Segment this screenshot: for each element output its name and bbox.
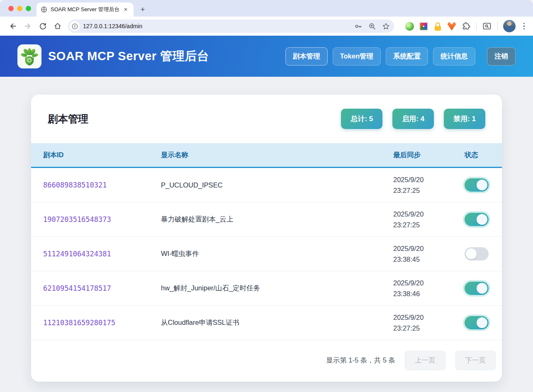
playbook-name: 从Cloudflare申请SSL证书 — [161, 318, 393, 327]
playbook-panel: 剧本管理 总计: 5 启用: 4 禁用: 1 剧本ID 显示名称 最后同步 状态… — [31, 95, 502, 382]
browser-window: SOAR MCP Server 管理后台 ✕ + 127.0.0.1:12346… — [0, 0, 533, 392]
badge-enabled: 启用: 4 — [392, 109, 434, 129]
new-tab-button[interactable]: + — [137, 4, 148, 15]
password-key-icon[interactable] — [354, 22, 363, 31]
back-button[interactable] — [6, 19, 20, 33]
browser-menu-icon[interactable] — [521, 21, 528, 32]
tab-strip: SOAR MCP Server 管理后台 ✕ + — [0, 0, 533, 17]
toolbar-divider — [476, 22, 477, 30]
extension-pinwheel-icon[interactable] — [419, 22, 428, 31]
forward-button[interactable] — [21, 19, 35, 33]
panel-title: 剧本管理 — [48, 112, 88, 126]
pagination-bar: 显示第 1-5 条，共 5 条 上一页 下一页 — [31, 340, 502, 380]
main-nav: 剧本管理 Token管理 系统配置 统计信息 注销 — [285, 47, 516, 66]
globe-favicon-icon — [41, 6, 47, 13]
playbook-name: hw_解封_Juniper/山石_定时任务 — [161, 284, 393, 293]
table-row: 6210954154178517 hw_解封_Juniper/山石_定时任务 2… — [31, 271, 502, 306]
bookmark-star-icon[interactable] — [382, 22, 390, 30]
fullscreen-window-button[interactable] — [26, 6, 31, 11]
nav-playbook-management[interactable]: 剧本管理 — [285, 47, 328, 66]
status-toggle[interactable] — [465, 213, 489, 226]
table-row: 11210381659280175 从Cloudflare申请SSL证书 202… — [31, 306, 502, 340]
app-header: SOAR MCP Server 管理后台 剧本管理 Token管理 系统配置 统… — [0, 36, 533, 77]
playbook-name: WI-蠕虫事件 — [161, 249, 393, 258]
window-controls — [8, 6, 31, 11]
column-header-id: 剧本ID — [43, 151, 161, 160]
column-header-sync: 最后同步 — [393, 151, 465, 160]
extensions-puzzle-icon[interactable] — [462, 22, 471, 31]
column-header-status: 状态 — [465, 151, 502, 160]
panel-header: 剧本管理 总计: 5 启用: 4 禁用: 1 — [31, 95, 502, 143]
nav-system-config[interactable]: 系统配置 — [386, 47, 428, 66]
site-info-icon[interactable] — [70, 21, 80, 31]
browser-tab[interactable]: SOAR MCP Server 管理后台 ✕ — [37, 2, 134, 17]
next-page-button[interactable]: 下一页 — [455, 351, 496, 370]
last-sync: 2025/9/20 23:27:25 — [393, 174, 465, 196]
tab-title: SOAR MCP Server 管理后台 — [51, 6, 119, 13]
page-background: 剧本管理 总计: 5 启用: 4 禁用: 1 剧本ID 显示名称 最后同步 状态… — [0, 77, 533, 392]
home-button[interactable] — [51, 19, 65, 33]
app-logo — [17, 44, 41, 68]
status-toggle[interactable] — [465, 282, 489, 295]
playbook-id-link[interactable]: 866089838510321 — [43, 181, 161, 189]
reload-button[interactable] — [36, 19, 50, 33]
playbook-name: 暴力破解处置剧本_云上 — [161, 215, 393, 224]
nav-token-management[interactable]: Token管理 — [333, 47, 381, 66]
side-panel-search-icon[interactable] — [482, 21, 492, 31]
prev-page-button[interactable]: 上一页 — [404, 351, 446, 370]
logout-button[interactable]: 注销 — [487, 47, 516, 66]
last-sync: 2025/9/20 23:27:25 — [393, 209, 465, 230]
playbook-id-link[interactable]: 6210954154178517 — [43, 284, 161, 292]
browser-toolbar: 127.0.0.1:12346/admin — [0, 17, 533, 36]
status-toggle[interactable] — [465, 178, 489, 192]
pagination-summary: 显示第 1-5 条，共 5 条 — [326, 356, 395, 365]
extension-bird-icon[interactable] — [405, 22, 414, 31]
last-sync: 2025/9/20 23:38:46 — [393, 278, 465, 299]
last-sync: 2025/9/20 23:27:25 — [393, 312, 465, 334]
tab-close-icon[interactable]: ✕ — [122, 6, 129, 13]
table-row: 866089838510321 P_UCLOUD_IPSEC 2025/9/20… — [31, 168, 502, 202]
table-row: 1907203516548373 暴力破解处置剧本_云上 2025/9/20 2… — [31, 202, 502, 237]
status-toggle[interactable] — [465, 247, 489, 261]
badge-disabled: 禁用: 1 — [444, 109, 485, 129]
table-row: 5112491064324381 WI-蠕虫事件 2025/9/20 23:38… — [31, 237, 502, 271]
table-header: 剧本ID 显示名称 最后同步 状态 — [31, 143, 502, 168]
badge-total: 总计: 5 — [341, 109, 382, 129]
address-bar[interactable]: 127.0.0.1:12346/admin — [68, 19, 394, 33]
nav-statistics[interactable]: 统计信息 — [433, 47, 475, 66]
last-sync: 2025/9/20 23:38:45 — [393, 243, 465, 265]
playbook-name: P_UCLOUD_IPSEC — [161, 181, 393, 189]
playbook-id-link[interactable]: 11210381659280175 — [43, 319, 161, 327]
stat-badges: 总计: 5 启用: 4 禁用: 1 — [341, 109, 485, 129]
zoom-icon[interactable] — [368, 22, 376, 30]
playbook-id-link[interactable]: 1907203516548373 — [43, 215, 161, 224]
profile-avatar[interactable] — [503, 20, 516, 32]
column-header-name: 显示名称 — [161, 151, 393, 160]
url-text[interactable]: 127.0.0.1:12346/admin — [83, 23, 350, 29]
status-toggle[interactable] — [465, 316, 489, 329]
extension-lock-icon[interactable] — [433, 22, 442, 31]
app-title: SOAR MCP Server 管理后台 — [48, 48, 209, 65]
playbook-id-link[interactable]: 5112491064324381 — [43, 250, 161, 258]
minimize-window-button[interactable] — [17, 6, 22, 11]
extension-fox-icon[interactable] — [448, 22, 456, 31]
toolbar-divider — [497, 22, 498, 30]
close-window-button[interactable] — [8, 6, 14, 11]
